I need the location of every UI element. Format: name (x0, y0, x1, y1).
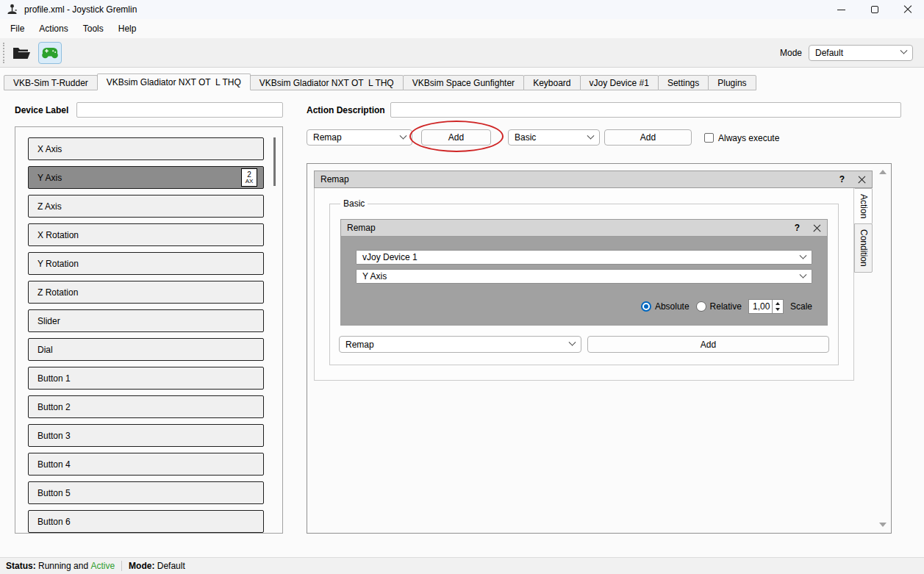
basic-group: Basic Remap ? vJoy Device 1 (329, 198, 839, 365)
titlebar: profile.xml - Joystick Gremlin (0, 0, 924, 19)
scroll-up-icon[interactable] (879, 170, 887, 174)
remap-inner-widget: Remap ? vJoy Device 1 Y Axis (340, 219, 828, 326)
always-execute-checkbox[interactable] (704, 133, 714, 143)
scroll-down-icon[interactable] (879, 523, 887, 527)
vjoy-axis-select[interactable]: Y Axis (356, 269, 812, 284)
mode-select-value: Default (815, 48, 843, 58)
chevron-down-icon (800, 251, 807, 259)
input-item-label: Button 3 (37, 431, 71, 441)
input-item-button-2[interactable]: Button 2 (28, 395, 264, 418)
status-mode-label: Mode: (129, 561, 154, 571)
absolute-label: Absolute (655, 301, 690, 312)
add-container-button[interactable]: Add (604, 129, 692, 146)
vjoy-device-value: vJoy Device 1 (362, 252, 418, 262)
input-item-z-rotation[interactable]: Z Rotation (28, 281, 264, 304)
close-button[interactable] (891, 0, 924, 19)
spin-down-icon[interactable] (776, 308, 780, 311)
spin-up-icon[interactable] (776, 302, 780, 305)
menu-item-help[interactable]: Help (111, 21, 144, 37)
container-type-select[interactable]: Basic (508, 129, 600, 146)
input-item-button-1[interactable]: Button 1 (28, 367, 264, 390)
vjoy-device-select[interactable]: vJoy Device 1 (356, 250, 812, 265)
scale-spinner[interactable]: 1,00 (748, 299, 784, 314)
maximize-icon (871, 6, 878, 13)
absolute-radio[interactable]: Absolute (641, 301, 690, 312)
input-item-label: Button 6 (37, 517, 71, 527)
sub-action-add-button[interactable]: Add (587, 336, 829, 353)
help-button[interactable]: ? (839, 174, 845, 184)
input-item-z-axis[interactable]: Z Axis (28, 195, 264, 218)
tab-vkb-t-rudder[interactable]: VKB-Sim T-Rudder (4, 75, 98, 90)
help-button[interactable]: ? (795, 223, 800, 233)
toolbar: Mode Default (0, 38, 924, 68)
radio-unselected-icon (696, 301, 706, 312)
vjoy-axis-value: Y Axis (362, 271, 387, 281)
action-type-select[interactable]: Remap (307, 129, 412, 146)
remap-inner-body: vJoy Device 1 Y Axis Absolute (340, 237, 828, 326)
action-side-tabs: Action Condition (854, 188, 873, 273)
add-action-button[interactable]: Add (421, 129, 491, 146)
mode-label: Mode (780, 48, 802, 58)
input-item-x-rotation[interactable]: X Rotation (28, 223, 264, 246)
tab-vjoy-device[interactable]: vJoy Device #1 (580, 75, 659, 90)
sub-action-value: Remap (345, 340, 374, 350)
tab-gladiator-1[interactable]: VKBsim Gladiator NXT OT L THQ (97, 73, 251, 90)
input-item-label: Dial (37, 345, 53, 355)
minimize-button[interactable] (825, 0, 858, 19)
input-item-x-axis[interactable]: X Axis (28, 137, 264, 160)
toolbar-drag-handle[interactable] (3, 43, 4, 63)
tab-settings[interactable]: Settings (658, 75, 709, 90)
action-type-value: Remap (313, 132, 342, 143)
input-item-y-rotation[interactable]: Y Rotation (28, 252, 264, 275)
gamepad-icon (41, 46, 59, 59)
close-icon (903, 5, 912, 14)
open-folder-icon (12, 45, 31, 60)
menu-item-file[interactable]: File (3, 21, 32, 37)
tab-keyboard[interactable]: Keyboard (523, 75, 580, 90)
input-item-slider[interactable]: Slider (28, 309, 264, 332)
menu-item-tools[interactable]: Tools (76, 21, 111, 37)
status-active-text: Active (90, 561, 115, 571)
input-item-button-4[interactable]: Button 4 (28, 453, 264, 476)
minimize-icon (837, 10, 845, 10)
menu-item-actions[interactable]: Actions (32, 21, 75, 37)
status-mode-value: Default (154, 561, 185, 571)
input-item-label: Button 2 (37, 402, 71, 412)
chevron-down-icon (900, 47, 908, 54)
action-tab-pane: Basic Remap ? vJoy Device 1 (314, 188, 854, 381)
scale-label: Scale (790, 301, 812, 312)
relative-radio[interactable]: Relative (696, 301, 742, 312)
input-item-y-axis[interactable]: Y Axis 2 AX (28, 166, 264, 189)
statusbar: Status: Running and Active Mode: Default (0, 557, 924, 574)
activate-gremlin-button[interactable] (38, 42, 62, 64)
input-item-button-5[interactable]: Button 5 (28, 481, 264, 504)
input-item-button-3[interactable]: Button 3 (28, 424, 264, 447)
sub-action-select[interactable]: Remap (339, 336, 581, 353)
input-item-label: Button 1 (37, 373, 71, 384)
tab-gladiator-2[interactable]: VKBsim Gladiator NXT OT L THQ (250, 75, 404, 90)
remap-inner-header: Remap ? (340, 219, 828, 237)
tab-plugins[interactable]: Plugins (708, 75, 756, 90)
chevron-down-icon (569, 339, 576, 346)
joystick-icon (7, 4, 18, 15)
device-label: Device Label (15, 105, 68, 115)
scale-spinner-buttons[interactable] (772, 300, 783, 313)
device-label-input[interactable] (76, 102, 283, 118)
chevron-down-icon (800, 270, 807, 278)
input-item-button-6[interactable]: Button 6 (28, 510, 264, 533)
list-scrollbar-thumb[interactable] (273, 137, 276, 186)
tab-condition[interactable]: Condition (854, 223, 873, 273)
maximize-button[interactable] (858, 0, 891, 19)
chevron-down-icon (400, 132, 407, 139)
mode-select[interactable]: Default (809, 45, 913, 61)
close-remap-button[interactable] (813, 224, 821, 232)
input-item-dial[interactable]: Dial (28, 338, 264, 361)
open-profile-button[interactable] (10, 42, 33, 64)
tab-space-gunfighter[interactable]: VKBsim Space Gunfighter (403, 75, 524, 90)
remap-action-widget: Remap ? Basic Remap ? vJoy (314, 171, 873, 381)
relative-label: Relative (710, 301, 742, 312)
close-action-button[interactable] (858, 176, 866, 184)
chevron-down-icon (587, 132, 595, 139)
action-description-input[interactable] (390, 102, 901, 118)
tab-action[interactable]: Action (854, 188, 873, 224)
